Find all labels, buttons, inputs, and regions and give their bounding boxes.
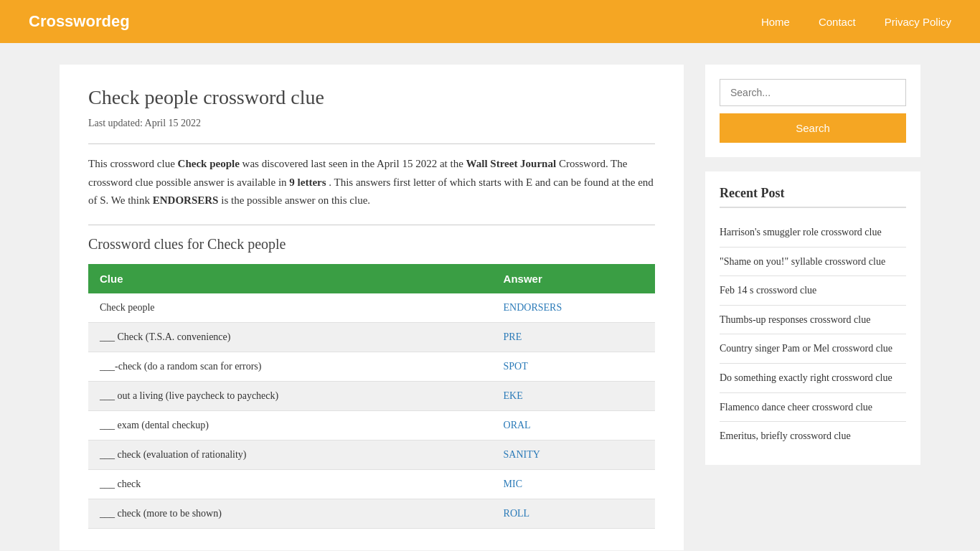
table-cell-answer: ENDORSERS [492,293,655,323]
recent-post-section: Recent Post Harrison's smuggler role cro… [705,171,920,465]
header: Crosswordeg Home Contact Privacy Policy [0,0,980,43]
desc-bold-4: ENDORSERS [153,194,219,206]
desc-text-5: is the possible answer on this clue. [221,194,370,206]
table-row: Check peopleENDORSERS [88,293,655,323]
table-cell-answer: SPOT [492,352,655,381]
search-input[interactable] [720,79,906,106]
table-cell-clue: ___ Check (T.S.A. convenience) [88,322,492,352]
recent-post-item[interactable]: "Shame on you!" syllable crossword clue [720,248,906,277]
table-row: ___ check (evaluation of rationality)SAN… [88,440,655,469]
table-row: ___ exam (dental checkup)ORAL [88,410,655,440]
desc-bold-1: Check people [178,158,240,169]
desc-bold-2: Wall Street Journal [466,158,557,169]
page-wrapper: Check people crossword clue Last updated… [31,43,949,551]
table-cell-answer: ROLL [492,499,655,528]
desc-text-2: was discovered last seen in the April 15… [242,158,466,169]
recent-post-title: Recent Post [720,186,906,208]
description: This crossword clue Check people was dis… [88,155,655,210]
table-cell-answer: SANITY [492,440,655,469]
main-nav: Home Contact Privacy Policy [761,16,951,28]
clue-table: Clue Answer Check peopleENDORSERS___ Che… [88,264,655,529]
table-row: ___ checkMIC [88,469,655,499]
nav-contact[interactable]: Contact [819,16,856,28]
table-cell-answer: ORAL [492,410,655,440]
table-cell-clue: ___ check (evaluation of rationality) [88,440,492,469]
table-row: ___ out a living (live paycheck to paych… [88,381,655,410]
table-row: ___ Check (T.S.A. convenience)PRE [88,322,655,352]
table-cell-clue: ___ check [88,469,492,499]
recent-post-item[interactable]: Flamenco dance cheer crossword clue [720,393,906,423]
nav-home[interactable]: Home [761,16,790,28]
divider-1 [88,143,655,144]
table-header-row: Clue Answer [88,264,655,293]
desc-text-1: This crossword clue [88,158,178,169]
table-cell-answer: MIC [492,469,655,499]
last-updated: Last updated: April 15 2022 [88,118,655,129]
site-logo[interactable]: Crosswordeg [29,12,130,31]
main-content: Check people crossword clue Last updated… [60,65,684,550]
recent-post-item[interactable]: Do something exactly right crossword clu… [720,364,906,393]
desc-bold-3: 9 letters [289,176,326,188]
table-cell-answer: PRE [492,322,655,352]
recent-post-item[interactable]: Emeritus, briefly crossword clue [720,422,906,451]
col-clue: Clue [88,264,492,293]
table-row: ___-check (do a random scan for errors)S… [88,352,655,381]
table-cell-clue: Check people [88,293,492,323]
table-cell-clue: ___ check (more to be shown) [88,499,492,528]
col-answer: Answer [492,264,655,293]
table-cell-clue: ___-check (do a random scan for errors) [88,352,492,381]
search-box: Search [705,65,920,157]
recent-post-item[interactable]: Feb 14 s crossword clue [720,276,906,306]
table-cell-clue: ___ out a living (live paycheck to paych… [88,381,492,410]
page-title: Check people crossword clue [88,86,655,109]
search-button[interactable]: Search [720,113,906,143]
table-cell-answer: EKE [492,381,655,410]
divider-2 [88,225,655,225]
recent-post-list: Harrison's smuggler role crossword clue"… [720,218,906,451]
recent-post-item[interactable]: Thumbs-up responses crossword clue [720,306,906,335]
section-title: Crossword clues for Check people [88,236,655,253]
recent-post-item[interactable]: Harrison's smuggler role crossword clue [720,218,906,248]
nav-privacy[interactable]: Privacy Policy [885,16,951,28]
table-row: ___ check (more to be shown)ROLL [88,499,655,528]
sidebar: Search Recent Post Harrison's smuggler r… [705,65,920,550]
recent-post-item[interactable]: Country singer Pam or Mel crossword clue [720,334,906,364]
table-cell-clue: ___ exam (dental checkup) [88,410,492,440]
